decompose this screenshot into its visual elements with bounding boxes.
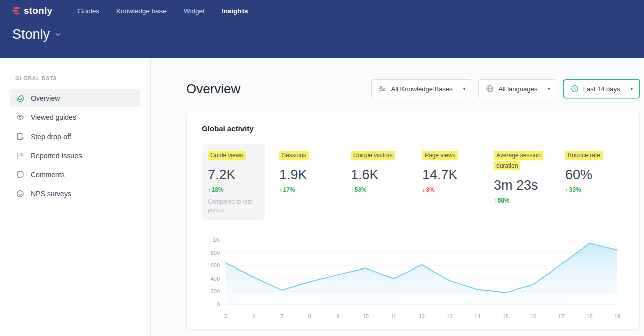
nav-knowledge-base[interactable]: Knowledge base: [116, 7, 167, 15]
metric-change: ↑18%: [208, 186, 259, 193]
stonly-logo[interactable]: stonly: [12, 5, 52, 16]
eye-icon: [16, 113, 24, 121]
metric-value: 3m 23s: [494, 178, 545, 193]
metric-unique-visitors[interactable]: Unique visitors 1.6K ↑53%: [345, 144, 408, 220]
date-range-filter-value: Last 14 days: [583, 85, 620, 93]
svg-text:9: 9: [336, 313, 339, 319]
metric-label: Guide views: [208, 151, 246, 160]
metric-change: ↑17%: [279, 186, 331, 193]
metric-label: Page views: [422, 151, 458, 160]
metric-change: ↑68%: [494, 197, 545, 204]
global-activity-card: Global activity Guide views 7.2K ↑18% Co…: [186, 111, 640, 330]
page-title: Overview: [186, 81, 240, 97]
sidebar-section-label: GLOBAL DATA: [10, 75, 140, 81]
sidebar-item-overview[interactable]: Overview: [10, 89, 140, 107]
arrow-down-icon: ↓: [422, 187, 425, 193]
sidebar-item-nps-surveys[interactable]: NPS surveys: [10, 185, 140, 203]
clock-icon: [571, 85, 579, 93]
svg-text:400: 400: [211, 276, 220, 282]
arrow-up-icon: ↑: [494, 197, 497, 204]
logo-text: stonly: [24, 5, 52, 16]
svg-text:600: 600: [211, 262, 220, 268]
knowledge-bases-filter[interactable]: All Knowledge Bases ▾: [371, 79, 472, 98]
svg-text:6: 6: [253, 313, 256, 319]
svg-text:11: 11: [391, 313, 396, 319]
chevron-down-icon: ▾: [630, 86, 633, 91]
sidebar-item-label: Viewed guides: [31, 113, 76, 121]
metric-value: 14.7K: [422, 167, 473, 183]
arrow-up-icon: ↑: [351, 187, 354, 193]
arrow-up-icon: ↑: [565, 187, 568, 193]
metric-value: 7.2K: [208, 167, 259, 183]
chevron-down-icon: [55, 33, 61, 36]
sidebar: GLOBAL DATA Overview Viewed guides Step …: [0, 58, 151, 336]
svg-text:19: 19: [614, 313, 620, 319]
svg-text:17: 17: [558, 313, 565, 319]
metric-change: ↑33%: [565, 186, 616, 193]
nav-widget[interactable]: Widget: [184, 7, 205, 15]
nav-insights[interactable]: Insights: [222, 7, 248, 15]
metric-change: ↓3%: [422, 186, 473, 193]
sidebar-item-viewed-guides[interactable]: Viewed guides: [10, 108, 140, 126]
languages-filter-value: All languages: [498, 85, 537, 93]
nav-guides[interactable]: Guides: [77, 7, 99, 15]
metric-bounce-rate[interactable]: Bounce rate 60% ↑33%: [559, 144, 622, 220]
sidebar-item-label: Step drop-off: [31, 132, 71, 141]
metric-label: Bounce rate: [565, 151, 603, 160]
arrow-up-icon: ↑: [279, 187, 282, 193]
svg-text:15: 15: [503, 313, 509, 319]
metric-sessions[interactable]: Sessions 1.9K ↑17%: [273, 144, 337, 220]
flag-icon: [16, 152, 24, 160]
workspace-name: Stonly: [12, 27, 50, 42]
workspace-selector[interactable]: Stonly: [12, 27, 61, 42]
page-exit-icon: [16, 132, 24, 141]
chevron-down-icon: ▾: [548, 86, 550, 91]
svg-text:200: 200: [211, 289, 220, 295]
overview-activity-icon: [16, 94, 24, 102]
metric-label: Sessions: [279, 151, 309, 160]
svg-text:8: 8: [308, 313, 311, 319]
svg-text:16: 16: [530, 313, 536, 319]
svg-text:13: 13: [446, 313, 452, 319]
svg-text:14: 14: [474, 313, 480, 319]
sidebar-item-reported-issues[interactable]: Reported Issues: [10, 147, 140, 165]
sidebar-item-label: Comments: [31, 171, 65, 179]
metric-guide-views[interactable]: Guide views 7.2K ↑18% Compared to last p…: [202, 144, 265, 220]
main-nav: Guides Knowledge base Widget Insights: [77, 7, 248, 15]
chart-area: 02004006008001K5678910111213141516171819: [202, 233, 624, 323]
metric-value: 60%: [565, 167, 616, 183]
svg-text:5: 5: [224, 313, 227, 319]
sidebar-item-label: Reported Issues: [31, 152, 82, 160]
metric-average-session-duration[interactable]: Average session duration 3m 23s ↑68%: [488, 144, 551, 220]
page-header-row: Overview All Knowledge Bases ▾: [186, 79, 640, 98]
filters-bar: All Knowledge Bases ▾ All languages ▾: [371, 79, 640, 98]
metric-label: Average session duration: [494, 151, 543, 170]
smiley-icon: [16, 190, 24, 198]
page-body: GLOBAL DATA Overview Viewed guides Step …: [0, 58, 644, 336]
top-nav-row: stonly Guides Knowledge base Widget Insi…: [12, 0, 632, 16]
metric-label: Unique visitors: [351, 151, 395, 160]
svg-text:12: 12: [419, 313, 425, 319]
global-activity-chart: 02004006008001K5678910111213141516171819: [202, 233, 625, 323]
svg-text:10: 10: [363, 313, 369, 319]
card-title: Global activity: [202, 124, 624, 133]
chevron-down-icon: ▾: [463, 86, 466, 91]
svg-text:18: 18: [586, 313, 592, 319]
knowledge-bases-filter-value: All Knowledge Bases: [391, 85, 452, 93]
sidebar-item-label: NPS surveys: [31, 190, 71, 198]
date-range-filter[interactable]: Last 14 days ▾: [564, 79, 640, 98]
languages-filter[interactable]: All languages ▾: [478, 79, 557, 98]
sidebar-item-label: Overview: [31, 94, 60, 102]
stonly-logo-icon: [12, 7, 21, 15]
speech-bubble-icon: [16, 171, 24, 179]
metric-page-views[interactable]: Page views 14.7K ↓3%: [416, 144, 479, 220]
metric-value: 1.9K: [279, 167, 331, 183]
svg-text:7: 7: [280, 313, 283, 319]
svg-text:0: 0: [217, 301, 220, 307]
svg-text:1K: 1K: [213, 237, 220, 243]
metric-note: Compared to last period: [208, 197, 259, 214]
sidebar-item-comments[interactable]: Comments: [10, 166, 140, 184]
metrics-row: Guide views 7.2K ↑18% Compared to last p…: [202, 144, 624, 220]
sidebar-item-step-drop-off[interactable]: Step drop-off: [10, 127, 140, 146]
sliders-icon: [378, 85, 386, 93]
